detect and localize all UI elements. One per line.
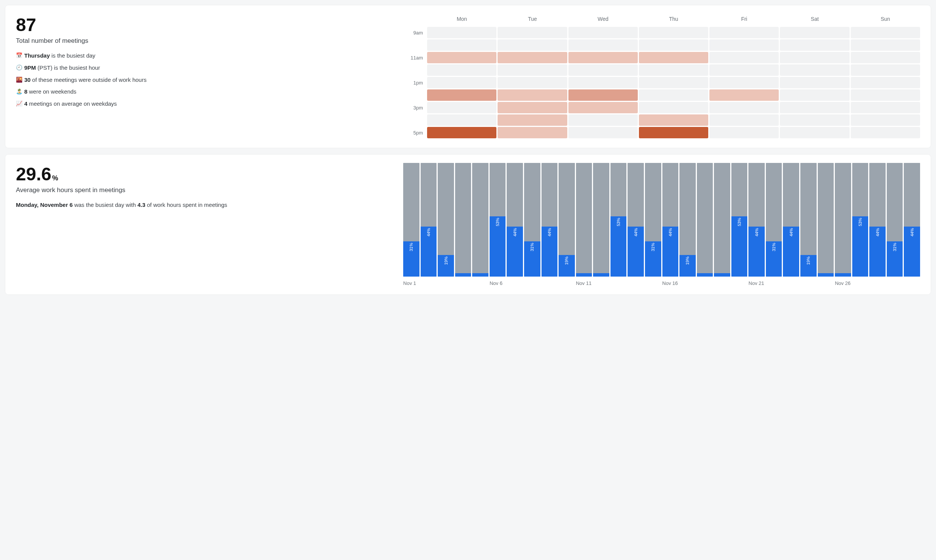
heatmap-cell xyxy=(568,52,638,63)
heatmap-cell xyxy=(498,64,567,76)
insight-text: 9PM (PST) is the busiest hour xyxy=(24,64,100,72)
xaxis-tick xyxy=(559,280,575,286)
bar-day: 44% xyxy=(783,163,799,277)
bar-day: 44% xyxy=(542,163,558,277)
bar-day xyxy=(714,163,730,277)
heatmap-cell xyxy=(851,114,920,126)
heatmap-cell xyxy=(427,39,496,51)
heatmap-cell xyxy=(709,27,779,38)
xaxis-tick xyxy=(697,280,713,286)
heatmap-day-header: Sat xyxy=(780,14,849,26)
insight-icon: 🌇 xyxy=(16,76,24,83)
bar-day: 44% xyxy=(869,163,886,277)
heatmap-cell xyxy=(709,89,779,101)
heatmap-hour-label: 5pm xyxy=(403,127,426,138)
xaxis-tick xyxy=(818,280,834,286)
bar-value-label: 44% xyxy=(910,227,914,238)
heatmap-hour-label: 3pm xyxy=(403,102,426,113)
bar-meeting-portion: 31% xyxy=(766,241,782,277)
insight-icon: 🕘 xyxy=(16,64,24,71)
bar-day: 44% xyxy=(628,163,644,277)
bar-meeting-portion: 44% xyxy=(748,227,765,277)
bar-meeting-portion: 19% xyxy=(800,255,817,277)
heatmap-cell xyxy=(709,127,779,138)
heatmap-cell xyxy=(498,77,567,88)
heatmap-hour-label xyxy=(403,64,426,76)
bar-value-label: 31% xyxy=(772,241,776,253)
heatmap-cell xyxy=(498,102,567,113)
bar-meeting-portion: 53% xyxy=(852,216,869,277)
bar-day xyxy=(455,163,471,277)
xaxis-tick xyxy=(852,280,869,286)
heatmap-cell xyxy=(427,114,496,126)
heatmap-day-header: Tue xyxy=(498,14,567,26)
xaxis-tick xyxy=(783,280,799,286)
heatmap-hour-label: 1pm xyxy=(403,77,426,88)
bar-meeting-portion: 19% xyxy=(438,255,454,277)
xaxis-tick xyxy=(904,280,920,286)
heatmap-cell xyxy=(498,127,567,138)
avg-hours-text: 29.6% Average work hours spent in meetin… xyxy=(16,163,396,286)
xaxis-tick xyxy=(524,280,540,286)
heatmap-cell xyxy=(851,27,920,38)
bar-day: 53% xyxy=(731,163,748,277)
bar-value-label: 44% xyxy=(634,227,638,238)
xaxis-tick: Nov 6 xyxy=(490,280,506,286)
heatmap-cell xyxy=(780,39,849,51)
bar-day: 31% xyxy=(645,163,661,277)
bar-meeting-portion xyxy=(576,273,592,277)
bar-meeting-portion: 31% xyxy=(403,241,419,277)
heatmap-cell xyxy=(568,114,638,126)
heatmap-day-header: Wed xyxy=(568,14,638,26)
bar-value-label: 53% xyxy=(495,216,500,228)
heatmap-cell xyxy=(427,89,496,101)
insight-icon: 📈 xyxy=(16,100,24,107)
heatmap-cell xyxy=(427,27,496,38)
busiest-day-value: 4.3 xyxy=(138,202,146,208)
bar-meeting-portion: 31% xyxy=(887,241,903,277)
bar-day: 31% xyxy=(887,163,903,277)
heatmap-hour-label xyxy=(403,114,426,126)
heatmap-cell xyxy=(568,64,638,76)
xaxis-tick xyxy=(628,280,644,286)
busiest-day-summary: Monday, November 6 was the busiest day w… xyxy=(16,201,396,210)
heatmap-day-header: Fri xyxy=(709,14,779,26)
bar-day: 31% xyxy=(766,163,782,277)
heatmap-cell xyxy=(639,114,708,126)
insight-text: 8 were on weekends xyxy=(24,88,77,96)
heatmap-cell xyxy=(568,127,638,138)
bar-meeting-portion: 44% xyxy=(783,227,799,277)
bar-meeting-portion xyxy=(472,273,488,277)
heatmap-cell xyxy=(709,114,779,126)
xaxis-tick xyxy=(472,280,488,286)
xaxis-tick xyxy=(714,280,730,286)
heatmap-cell xyxy=(639,77,708,88)
heatmap-cell xyxy=(568,89,638,101)
bar-value-label: 31% xyxy=(651,241,655,253)
bar-value-label: 53% xyxy=(616,216,621,228)
bar-day: 31% xyxy=(403,163,419,277)
heatmap-cell xyxy=(498,27,567,38)
heatmap-cell xyxy=(427,102,496,113)
bar-meeting-portion xyxy=(835,273,851,277)
heatmap-cell xyxy=(498,89,567,101)
bar-value-label: 19% xyxy=(685,255,690,266)
heatmap-cell xyxy=(851,102,920,113)
heatmap-cell xyxy=(639,127,708,138)
bar-value-label: 44% xyxy=(426,227,431,238)
bar-day xyxy=(593,163,609,277)
bar-meeting-portion: 44% xyxy=(869,227,886,277)
heatmap-cell xyxy=(427,64,496,76)
heatmap-cell xyxy=(498,114,567,126)
insight-text: 4 meetings on average on weekdays xyxy=(24,100,117,108)
bar-meeting-portion: 19% xyxy=(679,255,696,277)
bar-day: 19% xyxy=(800,163,817,277)
insight-icon: 📅 xyxy=(16,52,24,59)
xaxis-tick xyxy=(593,280,609,286)
bar-meeting-portion: 53% xyxy=(731,216,748,277)
heatmap-hour-label: 11am xyxy=(403,52,426,63)
bar-value-label: 44% xyxy=(789,227,794,238)
bar-day: 53% xyxy=(490,163,506,277)
heatmap-cell xyxy=(851,39,920,51)
bar-day: 53% xyxy=(610,163,627,277)
